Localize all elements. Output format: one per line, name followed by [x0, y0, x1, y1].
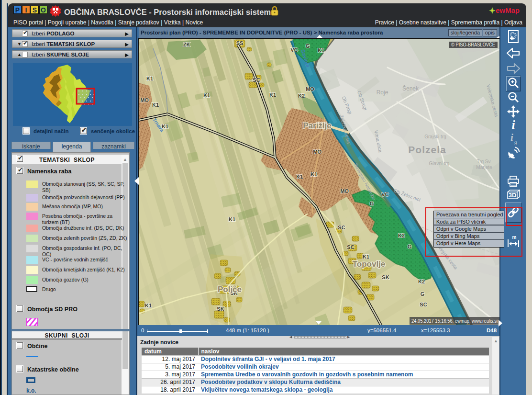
svg-text:i: i [510, 132, 513, 143]
svg-text:Poljče: Poljče [218, 285, 242, 294]
svg-text:K1: K1 [296, 174, 303, 180]
svg-text:K1: K1 [363, 254, 369, 260]
svg-text:SK: SK [382, 274, 389, 280]
svg-text:SS: SS [236, 40, 244, 46]
svg-text:Glavni trg: Glavni trg [429, 161, 450, 166]
svg-text:G: G [408, 244, 412, 249]
svg-text:24.05.2017 15:16:56, ewmap, ww: 24.05.2017 15:16:56, ewmap, www.realis.s… [411, 318, 498, 324]
svg-text:Parižlje: Parižlje [303, 121, 332, 130]
svg-text:Polzela: Polzela [408, 144, 446, 155]
svg-text:K2: K2 [418, 279, 425, 284]
svg-text:i: i [511, 119, 515, 131]
svg-text:SC: SC [253, 77, 260, 83]
svg-text:G: G [370, 201, 374, 206]
svg-text:3D: 3D [509, 192, 517, 199]
svg-text:Marjete: Marjete [476, 165, 492, 170]
svg-text:VC: VC [290, 47, 298, 53]
svg-text:K1: K1 [229, 216, 235, 222]
svg-text:SC: SC [338, 225, 345, 230]
svg-text:K1: K1 [310, 171, 317, 177]
svg-text:© PISO-BRASLOVČE: © PISO-BRASLOVČE [451, 42, 495, 47]
svg-text:G: G [306, 43, 310, 49]
svg-text:Šenek: Šenek [402, 85, 419, 92]
svg-text:MO: MO [340, 188, 349, 194]
svg-text:Topovlje: Topovlje [353, 260, 386, 269]
svg-text:SK: SK [217, 306, 224, 312]
svg-text:K1: K1 [318, 47, 324, 53]
svg-text:MO: MO [306, 86, 314, 92]
svg-text:K2: K2 [298, 93, 305, 99]
svg-text:SC: SC [347, 244, 354, 250]
svg-text:g: g [514, 138, 517, 145]
svg-text:K1: K1 [146, 76, 153, 81]
svg-text:Grajski trg: Grajski trg [424, 134, 446, 139]
svg-text:K1: K1 [269, 92, 276, 98]
svg-text:K1: K1 [203, 92, 210, 98]
svg-text:Roje: Roje [377, 89, 388, 96]
svg-text:SC: SC [420, 302, 427, 307]
svg-text:K2: K2 [398, 233, 405, 238]
svg-text:K1: K1 [152, 102, 159, 108]
svg-text:MO: MO [313, 149, 321, 155]
svg-text:G: G [421, 291, 425, 297]
svg-text:MO: MO [140, 97, 149, 103]
svg-text:VC: VC [381, 192, 388, 197]
svg-text:K1: K1 [145, 303, 152, 308]
svg-text:ZK: ZK [183, 42, 190, 47]
svg-text:K1: K1 [162, 124, 168, 129]
svg-text:Trg Sv.: Trg Sv. [477, 159, 491, 164]
